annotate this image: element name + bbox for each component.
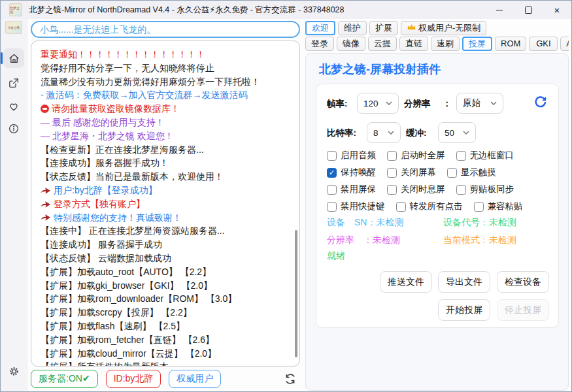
button-推送文件[interactable]: 推送文件	[380, 271, 432, 293]
checkbox-启用音频[interactable]: 启用音频	[327, 150, 376, 161]
tab-云提[interactable]: 云提	[368, 37, 397, 51]
chevron-down-icon	[386, 101, 392, 105]
gear-icon	[8, 366, 20, 377]
tab-row-1: 欢迎维护扩展权威用户-无限制	[305, 21, 569, 35]
arrow-icon	[41, 201, 50, 208]
checkbox-box	[387, 168, 397, 178]
sidebar-item-info[interactable]	[3, 119, 24, 139]
tab-label: 云提	[374, 37, 391, 50]
tab-维护[interactable]: 维护	[338, 21, 367, 35]
checkbox-grid: 启用音频启动时全屏无边框窗口✓保持唤醒关闭屏幕显示触摸禁用屏保关闭时息屏剪贴板同…	[327, 147, 552, 215]
window-title: 北梦之镜-Mirror of NorthDreamad V4.4 - 永久公益⚡…	[29, 5, 345, 16]
sidebar-logo: 北梦之镜	[5, 21, 22, 34]
checkbox-保持唤醒[interactable]: ✓保持唤醒	[327, 167, 376, 178]
log-line: 【连接成功】 服务器握手成功	[41, 238, 290, 252]
sidebar-item-home[interactable]	[3, 48, 24, 68]
resolution-value: 原始	[463, 97, 480, 109]
sidebar-item-share[interactable]	[3, 73, 24, 93]
chevron-down-icon	[388, 131, 394, 135]
tab-label: 登录	[311, 37, 328, 50]
minimize-button[interactable]	[485, 1, 514, 19]
resolution-select[interactable]: 原始	[456, 93, 503, 114]
ready-status: 就绪	[327, 250, 345, 262]
checkbox-label: 剪贴板同步	[470, 184, 514, 195]
checkbox-禁用快捷键[interactable]: 禁用快捷键	[327, 201, 385, 212]
checkbox-label: 关闭时息屏	[401, 184, 445, 195]
checkbox-box: ✓	[327, 168, 337, 178]
checkbox-兼容粘贴[interactable]: 兼容粘贴	[474, 201, 523, 212]
tab-速刷[interactable]: 速刷	[431, 37, 460, 51]
tab-label: 权威用户-无限制	[418, 22, 480, 35]
tab-投屏[interactable]: 投屏	[462, 37, 492, 51]
button-检查设备[interactable]: 检查设备	[497, 271, 549, 293]
tab-权威用户-无限制[interactable]: 权威用户-无限制	[401, 21, 486, 35]
bitrate-value: 8	[373, 128, 379, 138]
checkbox-转发所有点击[interactable]: 转发所有点击	[396, 201, 463, 212]
fps-select[interactable]: 120	[357, 93, 399, 114]
sidebar-item-settings[interactable]	[3, 361, 24, 381]
checkbox-关闭时息屏[interactable]: 关闭时息屏	[387, 184, 445, 195]
fps-label: 帧率:	[327, 93, 348, 114]
refresh-devices-icon[interactable]	[533, 95, 548, 112]
log-panel[interactable]: 重要通知！！！！！！！！！！！！！！觉得好用不妨分享一下，无人知晓终将停止流量稀…	[31, 41, 300, 367]
log-line: 【扩展】加载scrcpy【投屏】 【2.2】	[41, 306, 290, 319]
log-line: 重要通知！！！！！！！！！！！！！！	[41, 48, 290, 61]
checkbox-box	[456, 185, 466, 195]
tab-GKI[interactable]: GKI	[529, 37, 558, 51]
checkbox-label: 保持唤醒	[341, 167, 376, 178]
log-line: 【检查更新】正在连接北梦星海服务器...	[41, 143, 290, 157]
checkbox-label: 转发所有点击	[410, 201, 463, 212]
checkbox-显示触摸[interactable]: 显示触摸	[447, 167, 496, 178]
tab-label: 直链	[405, 37, 422, 50]
tab-直链[interactable]: 直链	[399, 37, 428, 51]
sidebar: 北梦之镜	[1, 19, 27, 391]
checkbox-box	[387, 151, 397, 161]
quote-banner: 小鸟......是无法追上飞龙的。	[31, 21, 300, 38]
close-icon: ×	[554, 5, 560, 15]
tab-登录[interactable]: 登录	[305, 37, 334, 51]
tab-扩展[interactable]: 扩展	[369, 21, 398, 35]
checkbox-禁用屏保[interactable]: 禁用屏保	[327, 184, 376, 195]
button-开始投屏[interactable]: 开始投屏	[438, 299, 490, 321]
log-lines: 重要通知！！！！！！！！！！！！！！觉得好用不妨分享一下，无人知晓终将停止流量稀…	[41, 48, 290, 367]
sidebar-item-favorite[interactable]	[3, 97, 24, 116]
titlebar: 北梦之镜 北梦之镜-Mirror of NorthDreamad V4.4 - …	[1, 1, 571, 19]
maximize-button[interactable]	[514, 1, 543, 19]
log-line: 【状态反馈】 云端数据加载成功	[41, 252, 290, 265]
checkbox-box	[456, 151, 466, 161]
log-line: 【扩展】加载rom_downloader【ROM】 【3.0】	[41, 292, 290, 306]
app-icon-text: 北梦之镜	[10, 6, 22, 14]
tab-欢迎[interactable]: 欢迎	[305, 21, 335, 35]
refresh-icon[interactable]	[284, 372, 297, 388]
checkbox-box	[327, 202, 337, 212]
sidebar-logo-text: 北梦之镜	[8, 26, 20, 29]
log-line: 用户:by北辞【登录成功】	[41, 184, 290, 197]
log-line: 【连接成功】服务器握手成功！	[41, 156, 290, 170]
tab-ROM[interactable]: ROM	[495, 37, 526, 51]
tab-AUTO[interactable]: AUTO	[560, 37, 569, 51]
tab-label: 速刷	[437, 37, 454, 50]
cast-card: 帧率: 120 分辨率 ： 原始 比特率: 8 缓冲: 50	[316, 84, 559, 328]
bitrate-select[interactable]: 8	[367, 122, 401, 143]
log-scrollbar-thumb[interactable]	[295, 230, 297, 357]
buffer-select[interactable]: 50	[438, 122, 476, 143]
checkbox-关闭屏幕[interactable]: 关闭屏幕	[387, 167, 436, 178]
log-line: 特别感谢您的支持！真诚致谢！	[41, 211, 290, 225]
checkbox-label: 显示触摸	[461, 167, 496, 178]
close-button[interactable]: ×	[543, 1, 571, 19]
checkbox-剪贴板同步[interactable]: 剪贴板同步	[456, 184, 514, 195]
checkbox-box	[387, 185, 397, 195]
checkbox-label: 禁用屏保	[341, 184, 376, 195]
panel-title: 北梦之镜-屏幕投射插件	[319, 61, 441, 77]
tab-镜像[interactable]: 镜像	[337, 37, 365, 51]
app-icon: 北梦之镜	[9, 3, 22, 16]
button-导出文件[interactable]: 导出文件	[438, 271, 490, 293]
checkbox-无边框窗口[interactable]: 无边框窗口	[456, 150, 514, 161]
log-line: 【扩展】所有插件均为最新版本	[41, 360, 290, 367]
bitrate-label: 比特率:	[327, 123, 356, 144]
crown-icon	[407, 22, 416, 35]
checkbox-启动时全屏[interactable]: 启动时全屏	[387, 150, 445, 161]
log-line: 【扩展】加载flash【速刷】 【2.5】	[41, 319, 290, 333]
chevron-down-icon	[463, 131, 469, 135]
checkbox-box	[396, 202, 406, 212]
